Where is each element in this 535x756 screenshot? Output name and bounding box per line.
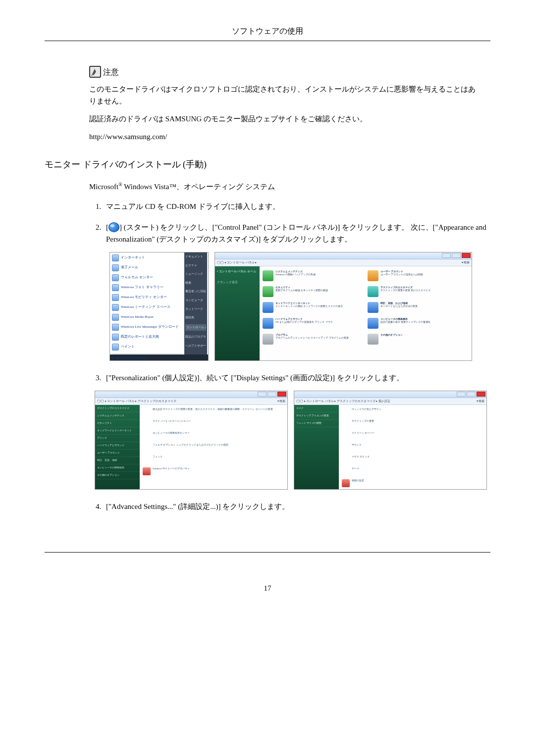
note-url: http://www.samsung.com/: [89, 131, 481, 143]
os-reg: ®: [118, 182, 122, 187]
os-prefix: Microsoft: [89, 183, 118, 191]
figure-start-menu: インターネット 電子メール ウェルカム センター Windows フォト ギャラ…: [109, 252, 209, 361]
os-mid: Windows Vista™、オペレーティング システム: [122, 183, 275, 191]
figure-appearance-personalization: ◯◯ ▸ コントロール パネル ▸ デスクトップのカスタマイズ▾ 検索 デスクト…: [95, 391, 288, 490]
footer-rule: [45, 552, 490, 553]
step-4: ["Advanced Settings..." (詳細設定...)] をクリック…: [103, 501, 490, 512]
page-header: ソフトウェアの使用: [45, 25, 490, 41]
step-2: [] (スタート) をクリックし、["Control Panel" (コントロー…: [103, 221, 490, 361]
note-text-2: 認証済みのドライバは SAMSUNG のモニター製品ウェブサイトをご確認ください…: [89, 113, 481, 125]
note-icon: [89, 66, 101, 78]
figure-control-panel: ◯◯ ▸ コントロール パネル ▸▾ 検索 • コントロール パネル ホームクラ…: [214, 252, 472, 361]
start-orb-icon: [108, 222, 119, 232]
step-1: マニュアル CD を CD-ROM ドライブに挿入します。: [103, 201, 490, 212]
note-label: 注意: [103, 66, 119, 79]
note-text-1: このモニタードライバはマイクロソフトロゴに認定されており、インストールがシステム…: [89, 83, 481, 107]
note-block: 注意 このモニタードライバはマイクロソフトロゴに認定されており、インストールがシ…: [89, 66, 481, 143]
step-3-text: ["Personalization" (個人設定)]、続いて ["Display…: [106, 374, 404, 382]
step-2-text: ] (スタート) をクリックし、["Control Panel" (コントロール…: [106, 223, 486, 243]
page-number: 17: [45, 582, 490, 594]
figure-personalization: ◯◯ ▸ コントロール パネル ▸ デスクトップのカスタマイズ ▸ 個人設定▾ …: [294, 391, 487, 490]
section-title: モニター ドライバのインストール (手動): [45, 157, 490, 172]
step-3: ["Personalization" (個人設定)]、続いて ["Display…: [103, 372, 490, 490]
os-line: Microsoft® Windows Vista™、オペレーティング システム: [89, 181, 490, 193]
